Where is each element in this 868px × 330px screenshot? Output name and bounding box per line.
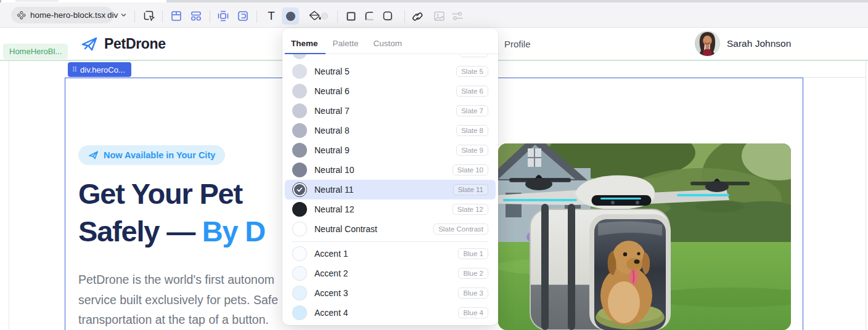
color-row-accent-1[interactable]: Accent 1 Blue 1 xyxy=(285,244,496,264)
drone-plane-icon xyxy=(80,35,99,52)
color-swatch xyxy=(292,143,307,158)
toolbar-separator xyxy=(404,10,405,23)
chevron-down-icon xyxy=(120,12,127,18)
toolbar-separator xyxy=(337,10,338,23)
editor-toolbar: home-hero-block.tsx div xyxy=(0,2,868,28)
color-swatch xyxy=(292,246,307,261)
layout-sections-icon xyxy=(190,10,202,22)
layout-guide-line xyxy=(803,77,866,78)
toolbar-separator xyxy=(134,10,135,23)
color-swatch xyxy=(292,64,307,79)
text-tool-icon: T xyxy=(268,9,275,23)
corner-radius-icon xyxy=(363,10,375,22)
border-icon xyxy=(345,10,357,22)
toolbar-separator xyxy=(162,10,163,23)
hero-image-drone-dog xyxy=(498,143,791,330)
badge-plane-icon xyxy=(88,150,99,160)
color-swatch xyxy=(292,266,307,281)
margin-icon xyxy=(237,10,249,22)
user-name: Sarah Johnson xyxy=(727,38,791,49)
layout-sections-button[interactable] xyxy=(187,7,205,25)
file-chip[interactable]: home-hero-block.tsx xyxy=(11,7,113,23)
tab-palette[interactable]: Palette xyxy=(333,39,359,54)
color-row-neutral-7[interactable]: Neutral 7 Slate 7 xyxy=(285,101,496,121)
toolbar-separator xyxy=(256,10,257,23)
color-row-neutral-11-selected[interactable]: Neutral 11 Slate 11 xyxy=(285,180,496,199)
canvas-right-edge xyxy=(866,28,866,330)
link-icon xyxy=(411,9,424,23)
color-row-neutral-8[interactable]: Neutral 8 Slate 8 xyxy=(285,121,496,140)
component-icon xyxy=(17,11,26,20)
color-row-neutral-5[interactable]: Neutral 5 Slate 5 xyxy=(285,62,496,81)
text-tool-button[interactable]: T xyxy=(263,7,280,25)
color-picker-tabs: Theme Palette Custom xyxy=(282,28,498,54)
component-tag[interactable]: HomeHeroBl... xyxy=(3,44,68,59)
toolbar-separator xyxy=(210,10,210,23)
color-swatch-checked xyxy=(292,182,307,197)
section-divider xyxy=(292,241,488,242)
image-button[interactable] xyxy=(430,7,448,25)
shadow-icon xyxy=(382,10,394,22)
shadow-button[interactable] xyxy=(379,7,396,25)
corner-radius-button[interactable] xyxy=(361,7,378,25)
color-row-neutral-12[interactable]: Neutral 12 Slate 12 xyxy=(285,199,496,219)
hero-paragraph: PetDrone is the world's first autonom se… xyxy=(78,270,278,330)
color-row-accent-3[interactable]: Accent 3 Blue 3 xyxy=(285,283,496,303)
fill-tool-button[interactable] xyxy=(282,7,299,25)
color-row-accent-2[interactable]: Accent 2 Blue 2 xyxy=(285,264,496,283)
avatar[interactable] xyxy=(695,31,720,56)
hero-heading: Get Your Pet Safely — By D xyxy=(78,175,265,250)
color-picker-popover: Theme Palette Custom Neutral 5 Slate 5 N… xyxy=(282,28,498,325)
color-swatch xyxy=(292,305,307,320)
color-row-partial[interactable] xyxy=(285,54,496,62)
logo-text: PetDrone xyxy=(104,36,166,52)
color-row-neutral-9[interactable]: Neutral 9 Slate 9 xyxy=(285,140,496,160)
color-swatch xyxy=(292,286,307,300)
link-button[interactable] xyxy=(409,7,426,25)
fill-tool-icon xyxy=(286,12,295,21)
site-logo[interactable]: PetDrone xyxy=(80,35,166,52)
nav-item-profile[interactable]: Profile xyxy=(504,39,531,49)
element-type-dropdown[interactable]: div xyxy=(107,7,127,23)
color-row-neutral-10[interactable]: Neutral 10 Slate 10 xyxy=(285,160,496,180)
element-type-label: div xyxy=(107,10,118,20)
padding-icon xyxy=(217,10,229,22)
tab-custom[interactable]: Custom xyxy=(374,39,403,54)
select-tool-icon xyxy=(142,9,156,23)
color-swatch xyxy=(292,163,307,177)
layout-top-button[interactable] xyxy=(168,7,185,25)
color-swatch xyxy=(292,202,307,217)
color-swatch xyxy=(292,123,307,138)
tab-theme[interactable]: Theme xyxy=(291,39,318,54)
hero-heading-accent: By D xyxy=(202,215,265,247)
color-list: Neutral 5 Slate 5 Neutral 6 Slate 6 Neut… xyxy=(282,54,498,325)
canvas-left-edge xyxy=(9,28,9,330)
check-icon xyxy=(296,186,303,193)
padding-button[interactable] xyxy=(215,7,232,25)
color-swatch xyxy=(292,103,307,118)
paint-bucket-icon xyxy=(307,9,329,23)
settings-button[interactable] xyxy=(449,7,466,25)
select-tool-button[interactable] xyxy=(141,7,158,25)
color-swatch xyxy=(292,84,307,99)
border-button[interactable] xyxy=(342,7,359,25)
hero-badge-label: Now Available in Your City xyxy=(104,150,215,160)
element-tag[interactable]: ⠿ div.heroCo... xyxy=(68,62,131,77)
editor-screenshot: home-hero-block.tsx div xyxy=(0,0,868,330)
margin-button[interactable] xyxy=(234,7,252,25)
color-row-neutral-contrast[interactable]: Neutral Contrast Slate Contrast xyxy=(285,219,496,239)
color-swatch xyxy=(292,222,307,236)
image-icon xyxy=(433,10,446,23)
layout-top-icon xyxy=(170,10,182,22)
paint-bucket-button[interactable] xyxy=(306,7,330,25)
color-row-accent-4[interactable]: Accent 4 Blue 4 xyxy=(285,303,496,323)
hero-badge[interactable]: Now Available in Your City xyxy=(78,145,225,165)
color-swatch xyxy=(292,54,307,59)
drag-handle-icon: ⠿ xyxy=(72,66,76,74)
color-row-neutral-6[interactable]: Neutral 6 Slate 6 xyxy=(285,81,496,101)
settings-icon xyxy=(451,9,464,23)
file-name: home-hero-block.tsx xyxy=(30,10,105,20)
